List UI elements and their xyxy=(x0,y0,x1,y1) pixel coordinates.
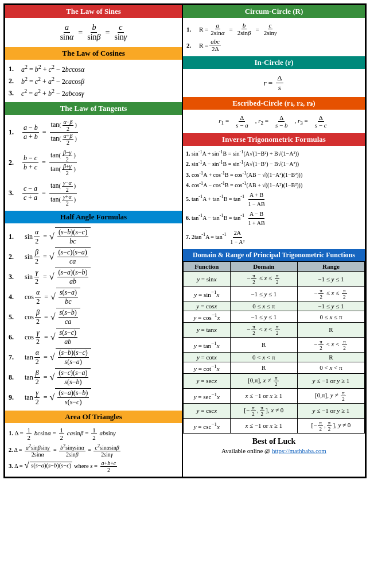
cell-range: R xyxy=(297,322,364,337)
cell-range: −π2 ≤ x ≤ π2 xyxy=(297,287,364,301)
tangents-1: 1. a − b a + b = tan(α−β2) tan(α+β2) xyxy=(9,119,178,146)
table-row: y = cot−1x R 0 < x < π xyxy=(184,362,365,373)
circum-1: 1. R = a 2sinα = b 2sinβ = c 2sinγ xyxy=(186,22,361,36)
escribed-body: r1 = Δ s − a , r2 = Δ s − b , r3 = Δ s −… xyxy=(183,110,365,133)
cell-domain: [0,π], x ≠ π2 xyxy=(230,373,297,388)
cell-func: y = cot−1x xyxy=(184,362,231,373)
table-row: y = secx [0,π], x ≠ π2 y ≤ −1 or y ≥ 1 xyxy=(184,373,365,388)
inv-6: 6. tan-1A − tan-1B = tan-1 A − B 1 + AB xyxy=(186,210,362,227)
frac-c-sing: c sinγ xyxy=(113,23,128,42)
half-1: 1. sin α2 = √ (s−b)(s−c) bc xyxy=(9,227,178,246)
cell-domain: −π2 < x < π2 xyxy=(230,322,297,337)
inv-7: 7. 2tan-1A = tan-1 2A 1 − A² xyxy=(186,229,362,246)
website-link[interactable]: https://mathbaba.com xyxy=(272,447,326,454)
circum-2: 2. R = abc 2Δ xyxy=(186,38,361,52)
area-2: 2. Δ = a2sinβsinγ 2sinα = b2sinγsinα 2si… xyxy=(9,443,178,458)
cell-domain: x ≤ −1 or x ≥ 1 xyxy=(230,418,297,433)
left-column: The Law of Sines a sinα = b sinβ = c sin… xyxy=(5,5,183,477)
tangents-2: 2. b − c b + c = tan(β−γ2) tan(β+γ2) xyxy=(9,149,178,176)
cosines-2: 2. b2 = c2 + a2 − 2cacosβ xyxy=(9,76,178,86)
law-of-sines-body: a sinα = b sinβ = c sinγ xyxy=(5,18,182,47)
cell-range: −1 ≤ y ≤ 1 xyxy=(297,301,364,311)
table-row: y = sec−1x x ≤ −1 or x ≥ 1 [0,π], y ≠ π2 xyxy=(184,388,365,403)
cell-domain: 0 < x < π xyxy=(230,352,297,362)
table-row: y = tanx −π2 < x < π2 R xyxy=(184,322,365,337)
cell-func: y = csc−1x xyxy=(184,418,231,433)
inv-3: 3. cos-1A + cos-1B = cos-1(AB − √((1−A²)… xyxy=(186,170,362,179)
law-of-tangents-header: The Law of Tangents xyxy=(5,102,182,115)
cell-func: y = sinx xyxy=(184,272,231,287)
law-of-cosines-body: 1. a2 = b2 + c2 − 2bccosα 2. b2 = c2 + a… xyxy=(5,60,182,102)
cell-range: −π2 < x < π2 xyxy=(297,337,364,352)
inverse-body: 1. sin-1A + sin-1B = sin-1(A√(1−B²) + B√… xyxy=(183,146,365,249)
cell-domain: [−π2,π2], x ≠ 0 xyxy=(230,403,297,418)
table-row: y = cscx [−π2,π2], x ≠ 0 y ≤ −1 or y ≥ 1 xyxy=(184,403,365,418)
half-angle-header: Half Angle Formulas xyxy=(5,211,182,223)
cell-range: 0 ≤ x ≤ π xyxy=(297,311,364,323)
area-3: 3. Δ = √ s(s−a)(s−b)(s−c) where s = a+b+… xyxy=(9,460,178,473)
half-9: 9. tan γ2 = √ (s−a)(s−b) s(s−c) xyxy=(9,388,178,407)
frac-a-sina: a sinα xyxy=(59,23,75,42)
cell-domain: R xyxy=(230,362,297,373)
cell-func: y = tan−1x xyxy=(184,337,231,352)
cell-func: y = sec−1x xyxy=(184,388,231,403)
cell-func: y = secx xyxy=(184,373,231,388)
col-range: Range xyxy=(297,262,364,272)
law-sines-formula: a sinα = b sinβ = c sinγ xyxy=(9,20,178,45)
inverse-header: Inverse Trigonometric Formulas xyxy=(183,133,365,146)
tangents-3: 3. c − a c + a = tan(γ−α2) tan(γ+α2) xyxy=(9,180,178,207)
inv-4: 4. cos-1A − cos-1B = cos-1(AB + √((1−A²)… xyxy=(186,180,362,189)
table-row: y = csc−1x x ≤ −1 or x ≥ 1 [−π2,π2], y ≠… xyxy=(184,418,365,433)
cell-func: y = tanx xyxy=(184,322,231,337)
circum-body: 1. R = a 2sinα = b 2sinβ = c 2sinγ 2. xyxy=(183,18,365,56)
inv-5: 5. tan-1A + tan-1B = tan-1 A + B 1 − AB xyxy=(186,191,362,208)
cosines-3: 3. c2 = a2 + b2 − 2abcosγ xyxy=(9,88,178,98)
cell-func: y = sin−1x xyxy=(184,287,231,301)
trig-table-wrapper: Function Domain Range y = sinx −π2 ≤ x ≤… xyxy=(183,261,365,433)
col-function: Function xyxy=(184,262,231,272)
half-7: 7. tan α2 = √ (s−b)(s−c) s(s−a) xyxy=(9,348,178,366)
area-body: 1. Δ = 12 bcsinα = 12 casinβ = 12 absinγ… xyxy=(5,423,182,477)
best-luck-text: Best of Luck xyxy=(183,434,365,447)
cosines-1: 1. a2 = b2 + c2 − 2bccosα xyxy=(9,64,178,74)
table-row: y = sin−1x −1 ≤ y ≤ 1 −π2 ≤ x ≤ π2 xyxy=(184,287,365,301)
cell-range: y ≤ −1 or y ≥ 1 xyxy=(297,403,364,418)
law-of-tangents-body: 1. a − b a + b = tan(α−β2) tan(α+β2) 2. … xyxy=(5,115,182,211)
inv-1: 1. sin-1A + sin-1B = sin-1(A√(1−B²) + B√… xyxy=(186,149,362,158)
inv-2: 2. sin-1A − sin-1B = sin-1(A√(1−B²) − B√… xyxy=(186,159,362,168)
cell-range: [0,π], y ≠ π2 xyxy=(297,388,364,403)
half-6: 6. cos γ2 = √ s(s−c) ab xyxy=(9,328,178,346)
frac-b-sinb: b sinβ xyxy=(86,23,102,42)
incircle-formula: r = Δ s xyxy=(186,71,361,95)
cell-domain: R xyxy=(230,337,297,352)
trig-table: Function Domain Range y = sinx −π2 ≤ x ≤… xyxy=(183,261,365,433)
cell-func: y = cosx xyxy=(184,301,231,311)
table-row: y = tan−1x R −π2 < x < π2 xyxy=(184,337,365,352)
cell-range: y ≤ −1 or y ≥ 1 xyxy=(297,373,364,388)
escribed-formula: r1 = Δ s − a , r2 = Δ s − b , r3 = Δ s −… xyxy=(186,112,361,131)
right-column: Circum-Circle (R) 1. R = a 2sinα = b 2si… xyxy=(183,5,365,477)
cell-domain: x ≤ −1 or x ≥ 1 xyxy=(230,388,297,403)
cell-range: R xyxy=(297,352,364,362)
cell-range: 0 < x < π xyxy=(297,362,364,373)
col-domain: Domain xyxy=(230,262,297,272)
cell-domain: 0 ≤ x ≤ π xyxy=(230,301,297,311)
table-row: y = sinx −π2 ≤ x ≤ π2 −1 ≤ y ≤ 1 xyxy=(184,272,365,287)
law-of-cosines-header: The Law of Cosines xyxy=(5,47,182,60)
cell-domain: −π2 ≤ x ≤ π2 xyxy=(230,272,297,287)
half-angle-body: 1. sin α2 = √ (s−b)(s−c) bc 2. sin xyxy=(5,223,182,411)
area-header: Area Of Triangles xyxy=(5,411,182,423)
table-row: y = cos−1x −1 ≤ y ≤ 1 0 ≤ x ≤ π xyxy=(184,311,365,323)
domain-range-header: Domain & Range of Principal Trigonometri… xyxy=(183,249,365,261)
half-2: 2. sin β2 = √ (s−c)(s−a) ca xyxy=(9,247,178,266)
law-of-sines-header: The Law of Sines xyxy=(5,5,182,18)
circum-header: Circum-Circle (R) xyxy=(183,5,365,18)
table-row: y = cotx 0 < x < π R xyxy=(184,352,365,362)
area-1: 1. Δ = 12 bcsinα = 12 casinβ = 12 absinγ xyxy=(9,427,178,441)
cell-func: y = cscx xyxy=(184,403,231,418)
cell-func: y = cos−1x xyxy=(184,311,231,323)
available-text: Available online @ https://mathbaba.com xyxy=(183,447,365,458)
half-8: 8. tan β2 = √ (s−c)(s−a) s(s−b) xyxy=(9,368,178,386)
cell-range: [−π2,π2], y ≠ 0 xyxy=(297,418,364,433)
half-3: 3. sin γ2 = √ (s−a)(s−b) ab xyxy=(9,268,178,286)
